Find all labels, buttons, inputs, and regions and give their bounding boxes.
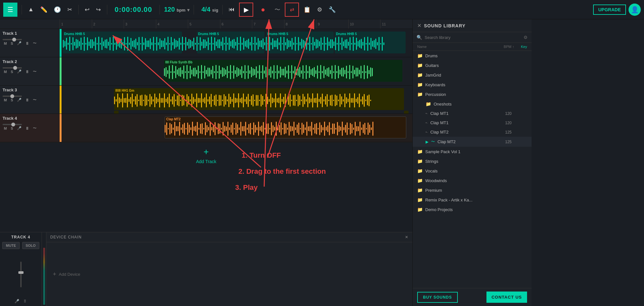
play-button[interactable]: ▶ — [239, 3, 253, 17]
search-input[interactable] — [425, 35, 521, 40]
track-4-content[interactable]: Clap MT2 — [62, 114, 412, 142]
record-button[interactable]: ● — [256, 3, 270, 17]
avatar[interactable]: 👤 — [629, 4, 641, 16]
track-1-wave[interactable]: 〜 — [32, 40, 38, 46]
track-3-mic[interactable]: 🎤 — [16, 97, 23, 103]
track-3-wave[interactable]: 〜 — [32, 97, 38, 103]
track-3-content[interactable]: 808 HH1 Gm — [62, 86, 412, 114]
item-name: Clap MT2 — [437, 139, 490, 144]
svg-rect-77 — [187, 42, 188, 45]
track-4-mute[interactable]: M — [3, 126, 8, 131]
close-chain-icon[interactable]: ✕ — [405, 235, 409, 239]
track-4-solo[interactable]: S — [9, 126, 14, 131]
clip-track3-1[interactable]: 808 HH1 Gm — [114, 88, 404, 110]
resize-left-3[interactable] — [114, 111, 119, 114]
library-item-11[interactable]: 📁Strings — [413, 156, 532, 166]
item-name: Keyboards — [425, 82, 490, 87]
track-2-content[interactable]: 88 Flute Synth Bb — [62, 57, 412, 85]
track-3-bars[interactable]: 🎚 — [24, 97, 30, 103]
track-1-mute[interactable]: M — [3, 41, 8, 46]
bottom-solo-button[interactable]: SOLO — [22, 242, 39, 249]
track-4-bars[interactable]: 🎚 — [24, 126, 30, 131]
item-name: Clap MT1 — [430, 120, 490, 125]
library-item-16[interactable]: 📁Demo Projects — [413, 205, 532, 214]
mic-icon-bottom[interactable]: 🎤 — [14, 299, 19, 303]
bars-icon-bottom[interactable]: 🎚 — [23, 299, 27, 303]
loop-button[interactable]: ⇄ — [285, 3, 299, 17]
clip-track1-3[interactable]: Drums HHB 5 — [266, 32, 334, 53]
track-2-bars[interactable]: 🎚 — [24, 69, 30, 74]
track-2-volume[interactable] — [3, 67, 22, 69]
scissors-tool-button[interactable]: ✂ — [65, 5, 74, 14]
track-1-content[interactable]: Drums HHB 5 // Generated via JS below — [62, 29, 412, 57]
toolbar: ☰ ▲ ✏️ 🕐 ✂ ↩ ↪ 0:00:00.00 120 bpm ▾ 4/4 … — [0, 0, 644, 19]
tool6-button[interactable]: ⚙ — [315, 5, 324, 14]
library-item-10[interactable]: 📁Sample Pack Vol 1 — [413, 147, 532, 156]
library-item-12[interactable]: 📁Vocals — [413, 166, 532, 176]
file-dot-icon: •- — [426, 121, 428, 125]
library-item-1[interactable]: 📁Guitars — [413, 60, 532, 70]
library-item-7[interactable]: •-Clap MT1120 — [413, 118, 532, 127]
track-4-wave[interactable]: 〜 — [32, 125, 38, 131]
library-item-2[interactable]: 📁JamGrid — [413, 70, 532, 80]
folder-icon: 📁 — [417, 188, 423, 193]
track-row-4: Track 4 M S 🎤 🎚 〜 Clap MT2 — [0, 114, 412, 142]
library-item-3[interactable]: 📁Keyboards — [413, 80, 532, 89]
library-item-9[interactable]: ▶〜Clap MT2125 — [413, 137, 532, 147]
upgrade-button[interactable]: UPGRADE — [593, 5, 626, 15]
tool7-button[interactable]: 🔧 — [327, 5, 338, 14]
vertical-fader[interactable] — [20, 252, 22, 296]
contact-us-button[interactable]: CONTACT US — [486, 292, 527, 303]
library-item-8[interactable]: •-Clap MT2125 — [413, 127, 532, 137]
track-1-mic[interactable]: 🎤 — [16, 41, 23, 46]
folder-icon: 📁 — [417, 82, 423, 87]
track-1-name: Track 1 — [3, 31, 57, 36]
clip-track2-1[interactable]: 88 Flute Synth Bb — [164, 60, 402, 82]
pencil-tool-button[interactable]: ✏️ — [38, 5, 49, 14]
add-track-area[interactable]: + Add Track — [0, 142, 412, 168]
library-item-15[interactable]: 📁Remix Pack - Artik x Ka... — [413, 195, 532, 205]
track-1-bars[interactable]: 🎚 — [24, 41, 30, 46]
track-3-mute[interactable]: M — [3, 97, 8, 103]
track-4-mic[interactable]: 🎤 — [16, 125, 23, 131]
undo-button[interactable]: ↩ — [83, 5, 91, 14]
track-1-volume[interactable] — [3, 39, 22, 40]
track-2-wave[interactable]: 〜 — [32, 69, 38, 75]
menu-button[interactable]: ☰ — [3, 3, 17, 17]
library-item-0[interactable]: 📁Drums — [413, 51, 532, 60]
clip-track4-1[interactable]: Clap MT2 — [165, 116, 406, 138]
folder-icon: 📁 — [417, 168, 423, 173]
track-2-mute[interactable]: M — [3, 69, 8, 74]
device-chain-main: DEVICE CHAIN ✕ + Add Device — [46, 232, 412, 306]
clip-track1-1[interactable]: Drums HHB 5 // Generated via JS below — [63, 32, 182, 53]
library-item-5[interactable]: 📁Oneshots — [413, 99, 532, 109]
resize-right-3[interactable] — [404, 111, 409, 114]
ruler-mark-6: 6 — [220, 19, 252, 29]
redo-button[interactable]: ↪ — [94, 5, 103, 14]
track4-label: TRACK 4 — [11, 235, 30, 239]
track-2-mic[interactable]: 🎤 — [16, 69, 23, 74]
track-2-solo[interactable]: S — [9, 69, 14, 74]
cursor-tool-button[interactable]: ▲ — [26, 5, 36, 14]
clock-tool-button[interactable]: 🕐 — [52, 5, 63, 14]
track-2-buttons: M S 🎤 🎚 〜 — [3, 69, 57, 75]
buy-sounds-button[interactable]: BUY SOUNDS — [417, 292, 458, 303]
separator-5 — [194, 5, 194, 14]
library-item-4[interactable]: 📁Percussion — [413, 89, 532, 99]
library-item-6[interactable]: •-Clap MT1120 — [413, 109, 532, 118]
close-sidebar-icon[interactable]: ✕ — [417, 23, 421, 29]
add-device-area[interactable]: + Add Device — [46, 242, 412, 306]
filter-icon[interactable]: ⚙ — [524, 35, 528, 40]
track-4-volume[interactable] — [3, 124, 22, 125]
track-3-volume[interactable] — [3, 96, 22, 97]
library-item-13[interactable]: 📁Woodwinds — [413, 176, 532, 185]
clip-track1-4[interactable]: Drums HHB 5 — [335, 32, 406, 53]
library-item-14[interactable]: 📁Premium — [413, 185, 532, 195]
bottom-mute-button[interactable]: MUTE — [2, 242, 19, 249]
tracks-panel: 1 2 3 4 5 6 7 8 9 10 11 Tra — [0, 19, 412, 306]
tool5-button[interactable]: 📋 — [302, 5, 312, 14]
item-name: Drums — [425, 53, 490, 58]
skip-back-button[interactable]: ⏮ — [227, 5, 236, 14]
clip-track1-2[interactable]: Drums HHB 5 — [197, 32, 264, 53]
wave-button[interactable]: 〜 — [273, 5, 282, 15]
